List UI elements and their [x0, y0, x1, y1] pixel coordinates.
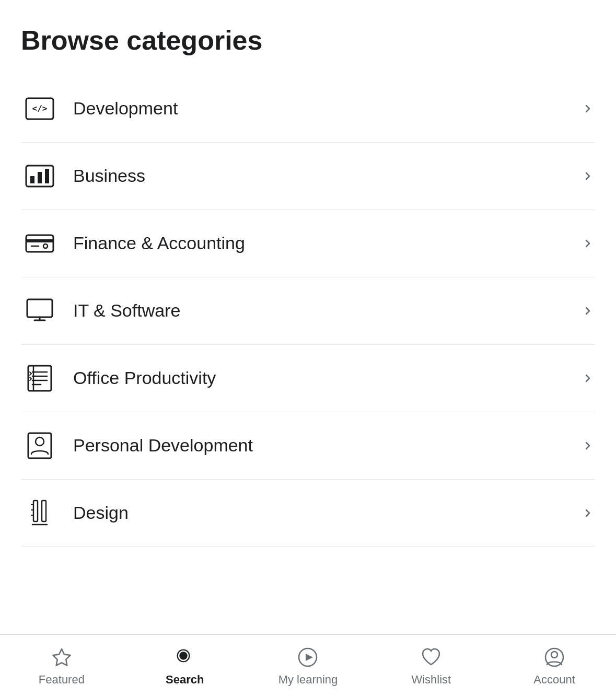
design-icon — [21, 494, 59, 532]
design-label: Design — [73, 503, 580, 523]
svg-point-21 — [36, 437, 44, 446]
it-software-label: IT & Software — [73, 300, 580, 321]
account-label: Account — [533, 673, 575, 687]
svg-rect-22 — [33, 501, 38, 521]
main-content: Browse categories </> Development — [0, 0, 616, 610]
chevron-right-icon — [580, 506, 595, 520]
svg-point-9 — [43, 244, 48, 248]
wishlist-label: Wishlist — [411, 673, 451, 687]
svg-line-31 — [189, 661, 194, 666]
category-item-business[interactable]: Business — [21, 143, 595, 210]
svg-marker-33 — [306, 654, 313, 661]
category-item-office-productivity[interactable]: Office Productivity — [21, 345, 595, 412]
chevron-right-icon — [580, 371, 595, 386]
nav-item-account[interactable]: Account — [493, 635, 616, 697]
search-icon — [173, 646, 196, 669]
finance-label: Finance & Accounting — [73, 233, 580, 253]
search-label: Search — [166, 673, 204, 687]
category-item-finance[interactable]: Finance & Accounting — [21, 210, 595, 277]
category-item-development[interactable]: </> Development — [21, 75, 595, 143]
heart-icon — [420, 646, 443, 669]
my-learning-label: My learning — [278, 673, 338, 687]
bottom-nav: Featured Search My learning Wish — [0, 634, 616, 697]
category-item-design[interactable]: Design — [21, 480, 595, 547]
star-icon — [50, 646, 73, 669]
svg-rect-23 — [42, 501, 46, 521]
chevron-right-icon — [580, 101, 595, 116]
account-icon — [543, 646, 566, 669]
chevron-right-icon — [580, 304, 595, 318]
business-label: Business — [73, 166, 580, 186]
svg-point-35 — [551, 652, 557, 658]
development-icon: </> — [21, 90, 59, 127]
play-icon — [296, 646, 319, 669]
svg-rect-7 — [26, 239, 53, 242]
svg-text:</>: </> — [32, 103, 48, 113]
personal-development-icon — [21, 427, 59, 464]
category-item-personal-development[interactable]: Personal Development — [21, 412, 595, 480]
office-productivity-label: Office Productivity — [73, 368, 580, 388]
category-item-it-software[interactable]: IT & Software — [21, 277, 595, 345]
svg-rect-5 — [45, 169, 49, 183]
svg-marker-28 — [53, 649, 70, 666]
svg-rect-4 — [38, 172, 42, 183]
development-label: Development — [73, 98, 580, 119]
svg-rect-10 — [27, 299, 52, 317]
office-productivity-icon — [21, 359, 59, 397]
nav-item-my-learning[interactable]: My learning — [247, 635, 370, 697]
chevron-right-icon — [580, 236, 595, 251]
it-software-icon — [21, 292, 59, 330]
chevron-right-icon — [580, 438, 595, 453]
personal-development-label: Personal Development — [73, 435, 580, 456]
business-icon — [21, 157, 59, 195]
featured-label: Featured — [39, 673, 85, 687]
svg-rect-6 — [26, 235, 53, 252]
page-title: Browse categories — [21, 25, 595, 56]
nav-item-search[interactable]: Search — [123, 635, 247, 697]
nav-item-wishlist[interactable]: Wishlist — [369, 635, 493, 697]
nav-item-featured[interactable]: Featured — [0, 635, 123, 697]
finance-icon — [21, 225, 59, 262]
chevron-right-icon — [580, 169, 595, 183]
svg-rect-3 — [30, 176, 34, 183]
category-list: </> Development Business — [21, 75, 595, 547]
svg-rect-13 — [28, 366, 51, 391]
